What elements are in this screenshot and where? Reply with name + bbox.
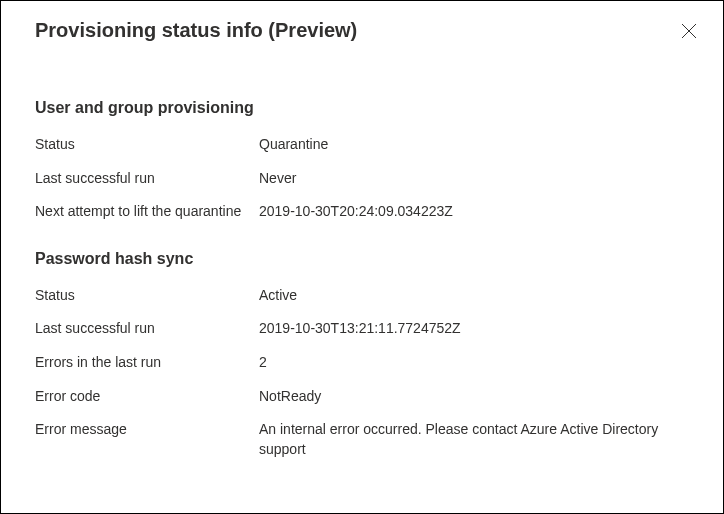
password-sync-status-row: Status Active [35,286,689,306]
provisioning-next-attempt-row: Next attempt to lift the quarantine 2019… [35,202,689,222]
password-sync-errors-label: Errors in the last run [35,353,259,373]
password-sync-error-code-row: Error code NotReady [35,387,689,407]
password-sync-last-run-row: Last successful run 2019-10-30T13:21:11.… [35,319,689,339]
password-sync-status-label: Status [35,286,259,306]
provisioning-status-row: Status Quarantine [35,135,689,155]
close-icon[interactable] [679,21,699,45]
password-sync-last-run-value: 2019-10-30T13:21:11.7724752Z [259,319,689,339]
provisioning-next-attempt-value: 2019-10-30T20:24:09.034223Z [259,202,689,222]
password-sync-error-message-label: Error message [35,420,259,440]
provisioning-last-run-row: Last successful run Never [35,169,689,189]
password-sync-heading: Password hash sync [35,250,689,268]
provisioning-last-run-label: Last successful run [35,169,259,189]
provisioning-next-attempt-label: Next attempt to lift the quarantine [35,202,259,222]
password-sync-error-message-value: An internal error occurred. Please conta… [259,420,689,459]
provisioning-last-run-value: Never [259,169,689,189]
panel-content: User and group provisioning Status Quara… [1,45,723,459]
password-sync-status-value: Active [259,286,689,306]
password-sync-errors-row: Errors in the last run 2 [35,353,689,373]
panel-header: Provisioning status info (Preview) [1,1,723,45]
password-sync-errors-value: 2 [259,353,689,373]
password-sync-error-code-label: Error code [35,387,259,407]
provisioning-status-value: Quarantine [259,135,689,155]
provisioning-status-label: Status [35,135,259,155]
provisioning-heading: User and group provisioning [35,99,689,117]
password-sync-error-code-value: NotReady [259,387,689,407]
password-sync-error-message-row: Error message An internal error occurred… [35,420,689,459]
password-sync-last-run-label: Last successful run [35,319,259,339]
panel-title: Provisioning status info (Preview) [35,19,357,42]
